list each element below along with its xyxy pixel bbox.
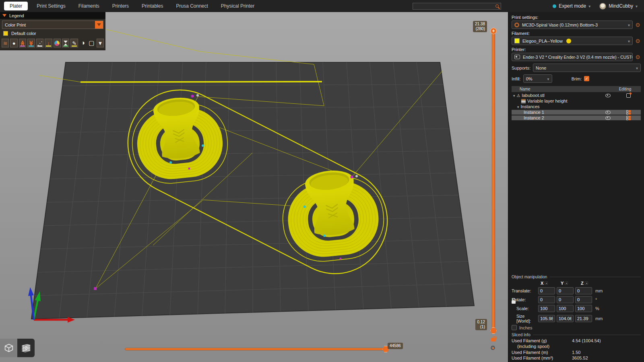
visibility-eye-icon[interactable] <box>605 111 611 114</box>
purge-line <box>80 82 322 82</box>
filament-color-dot-icon <box>566 39 571 43</box>
filament-gear-button[interactable] <box>635 38 641 44</box>
tool-position-icon[interactable]: ▼ <box>97 39 104 47</box>
search-input[interactable] <box>415 4 495 8</box>
variable-layer-height-row[interactable]: Variable layer height <box>512 99 641 103</box>
gcode-preview-canvas[interactable] <box>0 12 508 362</box>
instances-group-row[interactable]: Instances <box>512 104 641 109</box>
account-menu[interactable]: MindCubby <box>599 3 638 10</box>
chevron-down-icon <box>636 3 638 9</box>
search-icon[interactable] <box>495 4 499 8</box>
scale-z-input[interactable] <box>575 305 592 312</box>
tab-printers[interactable]: Printers <box>106 2 135 10</box>
preset-icon <box>514 23 519 27</box>
legend-header[interactable]: Legend <box>0 12 105 19</box>
rotate-y-input[interactable] <box>557 296 574 303</box>
instances-label: Instances <box>521 104 540 109</box>
chevron-down-icon <box>636 66 638 70</box>
object-manipulation-panel: Object manipulation X Y Z Translate: mm … <box>512 273 641 331</box>
value: 4.54 (1004.54) <box>572 338 601 343</box>
travel-moves-icon[interactable]: ⋰ <box>36 39 43 47</box>
view-mode-select[interactable]: Color Print <box>2 21 103 29</box>
right-sidebar: Print settings: MC3D-Spiral Vase (0.12mm… <box>508 12 644 362</box>
deretractions-icon[interactable]: ≫ <box>27 39 35 47</box>
tree-expand-icon[interactable] <box>513 93 515 98</box>
printer-gear-button[interactable] <box>635 54 641 60</box>
instance-1-row[interactable]: Instance 1 <box>512 110 641 115</box>
view-mode-value: Color Print <box>2 23 95 27</box>
tree-expand-icon[interactable] <box>517 104 519 109</box>
layer-slider-top-handle[interactable] <box>490 28 497 34</box>
infill-combo[interactable]: 0% <box>523 74 552 83</box>
print-settings-value: MC3D-Spiral Vase (0.12mm) Bottom-3 <box>522 23 598 27</box>
view-mode-switch <box>0 339 35 357</box>
object-name: labuboot.stl <box>522 93 545 98</box>
edit-object-icon[interactable] <box>626 93 631 98</box>
shells-icon[interactable]: ◑ <box>79 39 87 47</box>
mode-selector[interactable]: Expert mode <box>553 3 590 9</box>
tab-print-settings[interactable]: Print Settings <box>30 2 72 10</box>
print-extrusions-icon[interactable]: ≋ <box>2 39 9 47</box>
slider-settings-gear-icon[interactable] <box>490 344 495 352</box>
chevron-down-icon <box>588 3 590 9</box>
pause-prints-icon[interactable] <box>62 39 69 47</box>
rotate-z-input[interactable] <box>575 296 592 303</box>
instance-2-row[interactable]: Instance 2 <box>512 115 641 120</box>
search-box[interactable] <box>413 3 501 10</box>
visibility-eye-icon[interactable] <box>605 116 611 120</box>
scale-x-input[interactable] <box>538 305 555 312</box>
mode-label: Expert mode <box>559 3 586 9</box>
dropdown-arrow-icon[interactable] <box>95 21 103 29</box>
retractions-icon[interactable]: ≫ <box>19 39 26 47</box>
printer-value: Ender-3 V2 * Creality Ender-3 V2 (0.4 mm… <box>523 55 633 60</box>
3d-viewport[interactable]: Legend Color Print Default color ≋ ● ≫ ≫… <box>0 12 508 362</box>
legend-panel: Legend Color Print Default color ≋ ● ≫ ≫… <box>0 12 105 50</box>
supports-value: None <box>536 66 546 70</box>
size-z-input[interactable] <box>575 315 592 322</box>
preview-view-button[interactable] <box>17 339 35 357</box>
layer-slider-track[interactable] <box>492 31 495 331</box>
visibility-eye-icon[interactable] <box>605 94 611 97</box>
move-slider-track[interactable] <box>125 348 384 350</box>
box-view-icon[interactable]: ▢ <box>88 39 95 47</box>
name-column-header: Name <box>512 87 609 91</box>
print-settings-combo[interactable]: MC3D-Spiral Vase (0.12mm) Bottom-3 <box>512 21 633 29</box>
custom-gcodes-icon[interactable]: ✎ <box>70 39 78 47</box>
translate-x-input[interactable] <box>538 287 555 294</box>
seams-icon[interactable]: ● <box>10 39 17 47</box>
print-settings-gear-button[interactable] <box>635 22 641 28</box>
collapse-triangle-icon[interactable] <box>2 14 6 17</box>
translate-y-input[interactable] <box>557 287 574 294</box>
object-row[interactable]: labuboot.stl <box>512 93 641 98</box>
editor-view-button[interactable] <box>0 339 17 357</box>
unlock-icon[interactable] <box>491 338 496 341</box>
value: 1.50 <box>572 350 580 355</box>
top-menu-bar: Plater Print Settings Filaments Printers… <box>0 0 644 12</box>
rotate-x-input[interactable] <box>538 296 555 303</box>
legend-toolbar: ≋ ● ≫ ≫ ⋰ ↓ ✎ ◑ ▢ ▼ <box>0 37 105 50</box>
tool-changes-icon[interactable]: ↓ <box>45 39 52 47</box>
default-color-label: Default color <box>11 31 36 36</box>
inches-checkbox[interactable] <box>512 325 517 330</box>
rotate-row: Rotate: ° <box>512 296 641 303</box>
brim-label: Brim: <box>572 76 582 81</box>
tab-filaments[interactable]: Filaments <box>72 2 106 10</box>
printer-combo[interactable]: Ender-3 V2 * Creality Ender-3 V2 (0.4 mm… <box>512 53 633 61</box>
tab-physical-printer[interactable]: Physical Printer <box>215 2 261 10</box>
chevron-down-icon <box>547 76 549 81</box>
scale-y-input[interactable] <box>557 305 574 312</box>
tab-printables[interactable]: Printables <box>135 2 169 10</box>
supports-combo[interactable]: None <box>533 64 641 72</box>
tab-plater[interactable]: Plater <box>4 2 28 10</box>
sliced-info-title: Sliced Info <box>512 333 641 337</box>
tab-prusa-connect[interactable]: Prusa Connect <box>169 2 214 10</box>
filament-combo[interactable]: Elegoo_PLA--Yellow <box>512 37 633 45</box>
size-x-input[interactable] <box>538 315 555 322</box>
color-changes-icon[interactable] <box>54 39 61 47</box>
size-y-input[interactable] <box>557 315 574 322</box>
filament-label: Filament: <box>512 31 641 36</box>
brim-checkbox[interactable] <box>584 76 589 81</box>
translate-z-input[interactable] <box>575 287 592 294</box>
object-list-header: Name Editing <box>512 86 641 92</box>
object-list: labuboot.stl Variable layer height Insta… <box>512 92 641 273</box>
